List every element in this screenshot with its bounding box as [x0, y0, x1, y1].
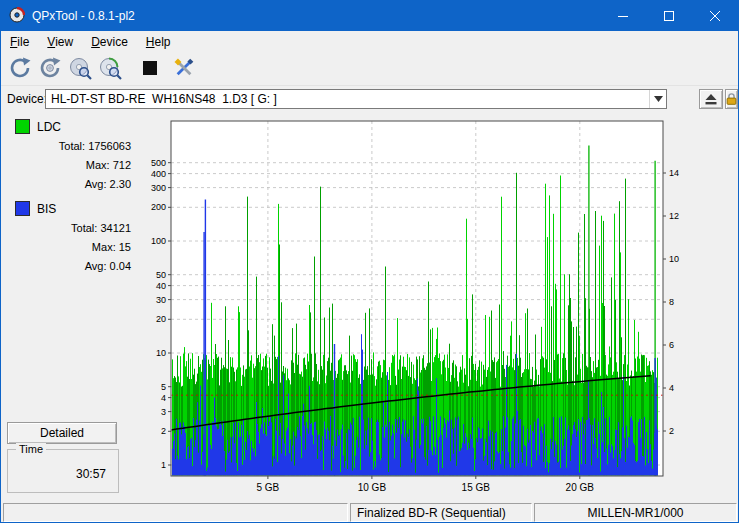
left-axis-label: 50	[156, 270, 166, 280]
disc-search-button[interactable]	[97, 55, 123, 81]
right-axis-label: 10	[669, 254, 679, 264]
left-axis-label: 300	[151, 183, 166, 193]
left-axis-label: 400	[151, 169, 166, 179]
rescan-disc-icon	[38, 56, 62, 80]
lock-button[interactable]	[725, 89, 738, 109]
statusbar: Finalized BD-R (Sequential) MILLEN-MR1/0…	[1, 502, 738, 523]
start-scan-button[interactable]	[7, 55, 33, 81]
device-combobox-value: HL-DT-ST BD-RE WH16NS48 1.D3 [ G: ]	[46, 92, 649, 106]
ldc-max: Max: 712	[1, 159, 131, 171]
app-icon	[9, 7, 25, 26]
detailed-button[interactable]: Detailed	[7, 422, 117, 444]
left-axis-label: 20	[156, 314, 166, 324]
right-axis-label: 6	[669, 340, 674, 350]
right-axis-label: 12	[669, 211, 679, 221]
left-axis-label: 30	[156, 295, 166, 305]
time-groupbox: Time 30:57	[7, 449, 119, 493]
preferences-tools-icon	[172, 56, 196, 80]
scan-chart-svg: 1234510203040501002003004005002468101214…	[131, 113, 711, 503]
disc-search-icon	[98, 56, 122, 80]
error-rate-chart: 1234510203040501002003004005002468101214…	[131, 113, 711, 503]
maximize-button[interactable]	[646, 1, 692, 31]
left-axis-label: 100	[151, 236, 166, 246]
ldc-total: Total: 1756063	[1, 140, 131, 152]
ldc-color-swatch	[15, 119, 30, 134]
rescan-disc-button[interactable]	[37, 55, 63, 81]
left-axis-label: 5	[161, 382, 166, 392]
left-axis-label: 200	[151, 202, 166, 212]
left-axis-label: 3	[161, 407, 166, 417]
eject-button[interactable]	[699, 89, 723, 109]
preferences-button[interactable]	[171, 55, 197, 81]
time-group-title: Time	[16, 443, 46, 455]
menubar: File View Device Help	[1, 31, 738, 52]
left-axis-label: 4	[161, 393, 166, 403]
status-media-label: MILLEN-MR1/000	[534, 503, 737, 522]
right-axis-label: 2	[669, 426, 674, 436]
right-axis-label: 8	[669, 297, 674, 307]
minimize-button[interactable]	[600, 1, 646, 31]
eject-icon	[704, 92, 718, 106]
left-axis-label: 1	[161, 460, 166, 470]
left-axis-label: 2	[161, 426, 166, 436]
bis-total: Total: 34121	[1, 222, 131, 234]
x-axis-label: 10 GB	[358, 482, 387, 493]
device-combobox[interactable]: HL-DT-ST BD-RE WH16NS48 1.D3 [ G: ]	[45, 89, 667, 109]
stop-button[interactable]	[137, 55, 163, 81]
titlebar: QPxTool - 0.8.1-pl2	[1, 1, 738, 31]
x-axis-label: 20 GB	[566, 482, 595, 493]
menu-device[interactable]: Device	[82, 33, 137, 51]
close-button[interactable]	[692, 1, 738, 31]
x-axis-label: 15 GB	[462, 482, 491, 493]
status-progress-cell	[3, 503, 348, 522]
ldc-label: LDC	[37, 120, 61, 134]
x-axis-label: 5 GB	[257, 482, 280, 493]
right-axis-label: 14	[669, 168, 679, 178]
device-bar: Device: HL-DT-ST BD-RE WH16NS48 1.D3 [ G…	[1, 85, 738, 111]
lock-icon	[726, 92, 737, 106]
ldc-avg: Avg: 2.30	[1, 178, 131, 190]
toolbar	[1, 52, 738, 85]
time-value: 30:57	[76, 467, 106, 481]
right-axis-label: 4	[669, 383, 674, 393]
left-axis-label: 40	[156, 281, 166, 291]
start-scan-icon	[8, 56, 32, 80]
window-title: QPxTool - 0.8.1-pl2	[32, 9, 135, 23]
disc-quality-check-icon	[68, 56, 92, 80]
bis-color-swatch	[15, 201, 30, 216]
device-label: Device:	[7, 92, 47, 106]
bis-avg: Avg: 0.04	[1, 260, 131, 272]
menu-help[interactable]: Help	[137, 33, 180, 51]
left-axis-label: 500	[151, 158, 166, 168]
menu-view[interactable]: View	[38, 33, 82, 51]
left-axis-label: 10	[156, 348, 166, 358]
bis-max: Max: 15	[1, 241, 131, 253]
qpxtool-window: QPxTool - 0.8.1-pl2 File View Device Hel…	[0, 0, 739, 523]
status-media-type: Finalized BD-R (Sequential)	[350, 503, 532, 522]
stop-icon	[138, 56, 162, 80]
menu-file[interactable]: File	[1, 33, 38, 51]
chevron-down-icon[interactable]	[649, 90, 666, 108]
bis-label: BIS	[37, 202, 56, 216]
disc-quality-check-button[interactable]	[67, 55, 93, 81]
